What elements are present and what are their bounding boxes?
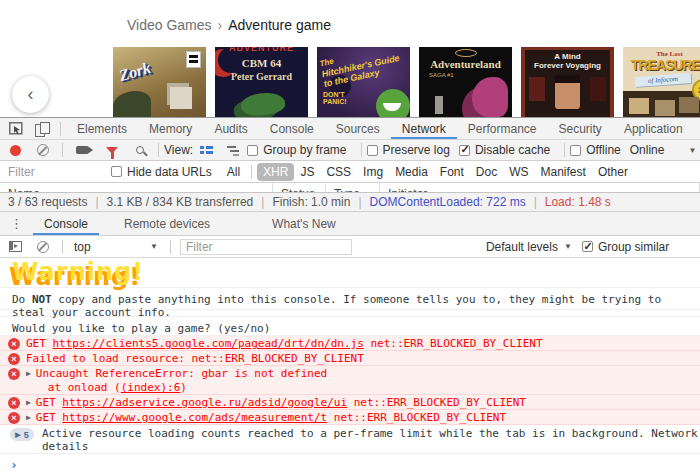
chevron-down-icon[interactable]: ▼ — [150, 242, 158, 251]
cover-a-mind-forever-voyaging[interactable]: A Mind Forever Voyaging — [521, 47, 614, 117]
column-status[interactable]: Status — [273, 183, 326, 192]
drawer-tab-whats-new[interactable]: What's New — [261, 212, 347, 235]
breadcrumb: Video Games›Adventure game — [127, 17, 331, 33]
error-url-link[interactable]: https://clients5.google.com/pagead/drt/d… — [53, 337, 364, 350]
expand-triangle-icon[interactable]: ▶ — [26, 369, 31, 378]
breadcrumb-parent[interactable]: Video Games — [127, 17, 212, 33]
record-icon[interactable] — [10, 145, 21, 156]
tab-security[interactable]: Security — [548, 118, 613, 139]
tab-elements[interactable]: Elements — [66, 118, 138, 139]
expand-triangle-icon[interactable]: ▶ — [26, 413, 31, 422]
tab-performance[interactable]: Performance — [457, 118, 548, 139]
network-filter-input[interactable] — [8, 165, 103, 179]
transferred-size: 3.1 KB / 834 KB transferred — [107, 195, 254, 209]
cbm64-title: CBM 64 — [215, 57, 308, 69]
repeat-count-badge[interactable]: ▶5 — [10, 428, 34, 441]
zork-title: Zork — [117, 59, 153, 85]
cover-adventureland[interactable]: Adventureland SAGA #1 — [419, 47, 512, 117]
waterfall-icon[interactable] — [227, 145, 240, 155]
clear-icon[interactable] — [37, 144, 49, 156]
chevron-down-icon[interactable]: ▼ — [688, 146, 696, 155]
drawer-tab-bar: ⋮ Console Remote devices What's New — [0, 212, 700, 236]
console-filter-input[interactable] — [180, 239, 352, 255]
amfv-panel-art — [529, 77, 545, 101]
filter-type-all[interactable]: All — [221, 163, 246, 181]
dom-content-loaded-time: DOMContentLoaded: 722 ms — [370, 195, 526, 209]
tab-console[interactable]: Console — [259, 118, 325, 139]
zork-house-art — [170, 87, 192, 109]
filter-type-media[interactable]: Media — [389, 163, 434, 181]
column-initiator[interactable]: Initiator — [380, 183, 700, 192]
filter-type-img[interactable]: Img — [357, 163, 389, 181]
cbm64-author: Peter Gerrard — [215, 71, 308, 82]
error-url-link[interactable]: https://www.google.com/ads/measurement/t — [62, 411, 327, 424]
divider — [60, 122, 61, 136]
group-similar-checkbox[interactable] — [582, 241, 593, 252]
clear-console-icon[interactable] — [37, 241, 49, 253]
search-icon[interactable] — [136, 146, 144, 154]
cover-lost-treasures[interactable]: The Lost TREASURES of Infocom 20 — [623, 47, 700, 117]
hide-data-urls-checkbox[interactable] — [111, 166, 122, 177]
filter-type-manifest[interactable]: Manifest — [535, 163, 592, 181]
breadcrumb-current: Adventure game — [228, 17, 331, 33]
console-output: Warning! Do NOT copy and paste anything … — [0, 258, 700, 476]
cover-adventure-cbm64[interactable]: ADVENTURE CBM 64 Peter Gerrard — [215, 47, 308, 117]
tab-adblock[interactable]: AdBlock — [694, 118, 700, 139]
log-levels-select[interactable]: Default levels — [486, 240, 558, 254]
game-cover-strip: Zork ADVENTURE CBM 64 Peter Gerrard The … — [113, 47, 700, 117]
network-status-bar: 3 / 63 requests | 3.1 KB / 834 KB transf… — [0, 192, 700, 212]
divider — [251, 165, 252, 179]
load-time: Load: 1.48 s — [545, 195, 611, 209]
console-prompt[interactable]: › — [0, 454, 700, 475]
tab-audits[interactable]: Audits — [203, 118, 258, 139]
offline-checkbox[interactable] — [570, 145, 581, 156]
filter-type-font[interactable]: Font — [434, 163, 470, 181]
filter-type-other[interactable]: Other — [592, 163, 634, 181]
warning-banner-text: Warning! — [12, 258, 144, 286]
throttling-select[interactable]: Online — [630, 143, 665, 157]
drawer-tab-console[interactable]: Console — [33, 212, 99, 235]
console-toolbar: top ▼ Default levels ▼ Group similar — [0, 236, 700, 258]
column-type[interactable]: Type — [326, 183, 380, 192]
large-rows-icon[interactable] — [200, 145, 213, 155]
console-self-xss-warning: Do NOT copy and paste anything into this… — [0, 288, 700, 310]
filter-type-xhr[interactable]: XHR — [257, 163, 294, 181]
inspect-element-icon[interactable] — [9, 122, 23, 135]
error-url-link[interactable]: https://adservice.google.ru/adsid/google… — [62, 396, 347, 409]
tab-memory[interactable]: Memory — [138, 118, 203, 139]
screenshot-root: Video Games›Adventure game Zork ADVENTUR… — [0, 0, 700, 476]
carousel-back-button[interactable]: ‹ — [12, 76, 49, 113]
error-icon: × — [8, 353, 20, 365]
disable-cache-checkbox[interactable] — [459, 145, 470, 156]
disable-cache-label: Disable cache — [475, 143, 550, 157]
source-location-link[interactable]: (index):6 — [121, 381, 181, 394]
adventureland-logo-art — [455, 49, 477, 57]
tab-application[interactable]: Application — [613, 118, 694, 139]
filter-type-doc[interactable]: Doc — [470, 163, 503, 181]
cover-zork[interactable]: Zork — [113, 47, 206, 117]
screenshot-camera-icon[interactable] — [76, 146, 89, 154]
execution-context-select[interactable]: top — [74, 240, 144, 254]
device-toolbar-icon[interactable] — [35, 122, 49, 135]
chevron-down-icon[interactable]: ▼ — [564, 242, 572, 251]
filter-funnel-icon[interactable] — [106, 147, 118, 154]
console-sidebar-icon[interactable] — [9, 241, 22, 252]
drawer-tab-remote-devices[interactable]: Remote devices — [113, 212, 221, 235]
preserve-log-label: Preserve log — [383, 143, 450, 157]
kebab-menu-icon[interactable]: ⋮ — [10, 216, 23, 231]
filter-type-js[interactable]: JS — [294, 163, 320, 181]
expand-triangle-icon[interactable]: ▶ — [26, 398, 31, 407]
hide-data-urls-label: Hide data URLs — [127, 165, 212, 179]
tab-sources[interactable]: Sources — [325, 118, 391, 139]
preserve-log-checkbox[interactable] — [367, 145, 378, 156]
amfv-title: A Mind Forever Voyaging — [521, 52, 614, 70]
cover-hitchhikers-guide[interactable]: The Hitchhiker's Guide to the Galaxy DON… — [317, 47, 410, 117]
column-name[interactable]: Name — [0, 183, 273, 192]
filter-type-css[interactable]: CSS — [320, 163, 357, 181]
adventureland-figure-art — [435, 96, 443, 114]
network-toolbar: View: Group by frame Preserve log Disabl… — [0, 140, 700, 161]
divider — [62, 143, 63, 157]
filter-type-ws[interactable]: WS — [503, 163, 534, 181]
tab-network[interactable]: Network — [391, 118, 457, 139]
group-by-frame-checkbox[interactable] — [247, 145, 258, 156]
